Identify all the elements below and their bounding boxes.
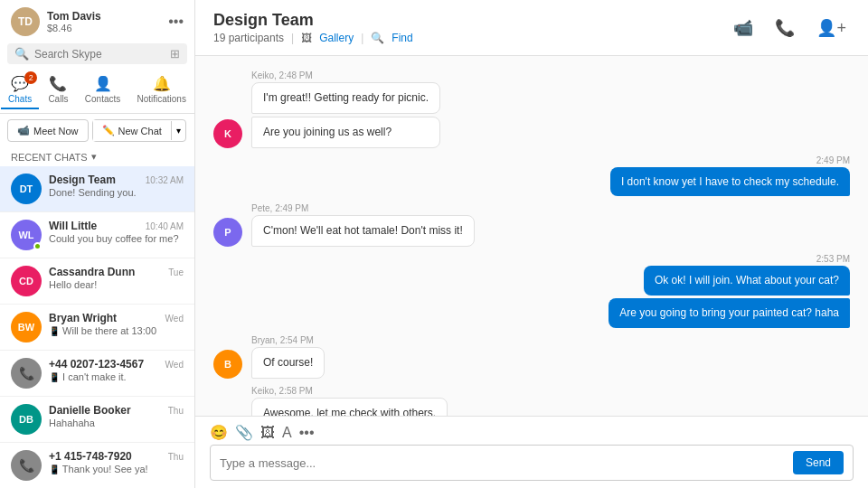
voice-call-icon[interactable]: 📞 bbox=[771, 14, 798, 42]
user-info: TD Tom Davis $8.46 bbox=[11, 7, 101, 36]
contacts-icon: 👤 bbox=[94, 75, 112, 92]
chats-badge: 2 bbox=[24, 71, 37, 84]
chat-details: +1 415-748-7920 Thu 📱 Thank you! See ya! bbox=[49, 450, 184, 474]
message-input-box: Send bbox=[210, 445, 854, 481]
message-time: 2:53 PM bbox=[816, 254, 850, 264]
chat-header: Design Team 19 participants | 🖼 Gallery … bbox=[195, 0, 868, 56]
message-bubble: Are you joining us as well? bbox=[251, 117, 440, 148]
nav-tabs: 💬 Chats 2 📞 Calls 👤 Contacts 🔔 Notificat… bbox=[0, 68, 194, 114]
chats-label: Chats bbox=[8, 94, 32, 104]
avatar: 📞 bbox=[11, 450, 42, 481]
list-item[interactable]: DT Design Team 10:32 AM Done! Sending yo… bbox=[0, 166, 194, 212]
chevron-down-icon: ▾ bbox=[91, 151, 97, 163]
send-button[interactable]: Send bbox=[793, 451, 844, 474]
list-item[interactable]: 📞 +1 415-748-7920 Thu 📱 Thank you! See y… bbox=[0, 443, 194, 488]
avatar: 📞 bbox=[11, 358, 42, 389]
message-content: Keiko, 2:48 PM I'm great!! Getting ready… bbox=[251, 70, 440, 148]
add-participant-icon[interactable]: 👤+ bbox=[813, 14, 850, 42]
meet-now-icon: 📹 bbox=[17, 125, 30, 136]
find-link[interactable]: Find bbox=[392, 32, 412, 44]
new-chat-button[interactable]: ✏️ New Chat ▾ bbox=[92, 119, 186, 142]
new-chat-arrow[interactable]: ▾ bbox=[171, 121, 185, 140]
chat-details: Bryan Wright Wed 📱 Will be there at 13:0… bbox=[49, 312, 184, 336]
list-item[interactable]: CD Cassandra Dunn Tue Hello dear! bbox=[0, 258, 194, 305]
grid-icon[interactable]: ⊞ bbox=[170, 47, 180, 61]
recent-chats-label[interactable]: RECENT CHATS ▾ bbox=[0, 147, 194, 166]
user-details: Tom Davis $8.46 bbox=[47, 10, 101, 33]
avatar: WL bbox=[11, 220, 42, 250]
chat-details: Cassandra Dunn Tue Hello dear! bbox=[49, 266, 184, 290]
calls-icon: 📞 bbox=[49, 75, 67, 92]
list-item[interactable]: 📞 +44 0207-123-4567 Wed 📱 I can't make i… bbox=[0, 351, 194, 397]
attach-icon[interactable]: 📎 bbox=[235, 424, 253, 441]
image-icon[interactable]: 🖼 bbox=[260, 425, 275, 441]
video-call-icon[interactable]: 📹 bbox=[730, 14, 757, 42]
meet-now-button[interactable]: 📹 Meet Now bbox=[7, 119, 89, 142]
chat-list: DT Design Team 10:32 AM Done! Sending yo… bbox=[0, 166, 194, 488]
message-bubble: Of course! bbox=[251, 347, 325, 379]
contacts-label: Contacts bbox=[85, 94, 120, 104]
emoji-icon[interactable]: 😊 bbox=[210, 424, 228, 441]
avatar: BW bbox=[11, 312, 42, 343]
message-bubble: Are you going to bring your painted cat?… bbox=[609, 298, 850, 328]
message-group: K Keiko, 2:48 PM I'm great!! Getting rea… bbox=[213, 70, 850, 148]
chat-header-left: Design Team 19 participants | 🖼 Gallery … bbox=[213, 11, 413, 44]
new-chat-main[interactable]: ✏️ New Chat bbox=[93, 120, 171, 141]
avatar: DT bbox=[11, 174, 42, 204]
gallery-link[interactable]: Gallery bbox=[319, 32, 354, 44]
more-icon[interactable]: ••• bbox=[299, 425, 315, 441]
search-input[interactable] bbox=[34, 48, 165, 61]
message-input[interactable] bbox=[220, 456, 786, 470]
avatar: K bbox=[213, 119, 242, 148]
tab-notifications[interactable]: 🔔 Notifications bbox=[129, 71, 193, 109]
chat-meta: 19 participants | 🖼 Gallery | 🔍 Find bbox=[213, 32, 413, 44]
message-group: P Pete, 2:49 PM C'mon! We'll eat hot tam… bbox=[213, 203, 850, 247]
find-icon: 🔍 bbox=[371, 32, 384, 44]
message-group: K Keiko, 2:58 PM Awesome, let me check w… bbox=[213, 386, 850, 416]
messages-area: K Keiko, 2:48 PM I'm great!! Getting rea… bbox=[195, 56, 868, 416]
new-chat-label: New Chat bbox=[118, 126, 162, 136]
tab-calls[interactable]: 📞 Calls bbox=[41, 71, 75, 109]
gallery-icon: 🖼 bbox=[301, 32, 312, 44]
sender-time: Bryan, 2:54 PM bbox=[251, 335, 325, 345]
chat-details: +44 0207-123-4567 Wed 📱 I can't make it. bbox=[49, 358, 184, 382]
message-group-mine: 2:53 PM Ok ok! I will join. What about y… bbox=[213, 254, 850, 328]
new-chat-icon: ✏️ bbox=[102, 125, 115, 136]
avatar: B bbox=[213, 350, 242, 379]
avatar: DB bbox=[11, 404, 42, 435]
message-bubble: I don't know yet I have to check my sche… bbox=[610, 167, 850, 197]
participants-count: 19 participants bbox=[213, 32, 284, 44]
tab-contacts[interactable]: 👤 Contacts bbox=[78, 71, 127, 109]
message-group: B Bryan, 2:54 PM Of course! bbox=[213, 335, 850, 379]
notifications-icon: 🔔 bbox=[153, 75, 171, 92]
message-group-mine: 2:49 PM I don't know yet I have to check… bbox=[213, 155, 850, 197]
message-content: Bryan, 2:54 PM Of course! bbox=[251, 335, 325, 379]
sidebar-header: TD Tom Davis $8.46 ••• bbox=[0, 0, 194, 40]
format-icon[interactable]: A bbox=[282, 425, 292, 441]
search-bar: 🔍 ⊞ bbox=[0, 40, 194, 68]
message-bubble: C'mon! We'll eat hot tamale! Don't miss … bbox=[251, 215, 475, 247]
user-avatar: TD bbox=[11, 7, 40, 36]
avatar: CD bbox=[11, 266, 42, 296]
sender-time: Pete, 2:49 PM bbox=[251, 203, 475, 213]
calls-label: Calls bbox=[48, 94, 68, 104]
more-options-icon[interactable]: ••• bbox=[168, 14, 184, 30]
search-wrap: 🔍 ⊞ bbox=[7, 43, 187, 64]
chat-details: Danielle Booker Thu Hahahaha bbox=[49, 404, 184, 428]
message-bubble: Awesome, let me check with others. bbox=[251, 398, 448, 416]
list-item[interactable]: BW Bryan Wright Wed 📱 Will be there at 1… bbox=[0, 305, 194, 351]
search-icon: 🔍 bbox=[14, 47, 29, 61]
tab-chats[interactable]: 💬 Chats 2 bbox=[1, 71, 39, 109]
chat-details: Design Team 10:32 AM Done! Sending you. bbox=[49, 174, 184, 198]
sender-time: Keiko, 2:48 PM bbox=[251, 70, 440, 80]
notifications-label: Notifications bbox=[137, 94, 185, 104]
sender-time: Keiko, 2:58 PM bbox=[251, 386, 448, 396]
message-content: Keiko, 2:58 PM Awesome, let me check wit… bbox=[251, 386, 448, 416]
main-area: Design Team 19 participants | 🖼 Gallery … bbox=[195, 0, 868, 488]
sidebar: TD Tom Davis $8.46 ••• 🔍 ⊞ 💬 Chats 2 📞 C… bbox=[0, 0, 195, 488]
chat-title: Design Team bbox=[213, 11, 413, 30]
list-item[interactable]: WL Will Little 10:40 AM Could you buy co… bbox=[0, 212, 194, 258]
list-item[interactable]: DB Danielle Booker Thu Hahahaha bbox=[0, 397, 194, 443]
message-content: Pete, 2:49 PM C'mon! We'll eat hot tamal… bbox=[251, 203, 475, 247]
chat-header-right: 📹 📞 👤+ bbox=[730, 14, 850, 42]
